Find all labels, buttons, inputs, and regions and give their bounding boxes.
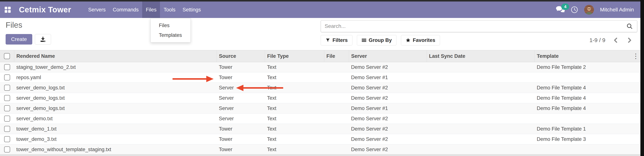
pager-previous-button[interactable] <box>613 37 619 43</box>
cell-file <box>324 124 349 134</box>
filters-button[interactable]: Filters <box>321 35 352 45</box>
row-checkbox-cell <box>0 93 14 103</box>
cell-file <box>324 62 349 72</box>
cell-server: Demo Server #2 <box>349 93 427 103</box>
row-checkbox[interactable] <box>4 105 10 111</box>
row-checkbox[interactable] <box>4 85 10 91</box>
table-row[interactable]: server_demo.txt Server Text Demo Server … <box>0 114 640 124</box>
pager-range[interactable]: 1-9 / 9 <box>590 37 605 43</box>
row-checkbox[interactable] <box>4 75 10 80</box>
group-by-button[interactable]: Group By <box>357 35 396 45</box>
column-header-server[interactable]: Server <box>349 50 427 62</box>
row-checkbox-cell <box>0 134 14 144</box>
files-table: Rendered Name Source File Type File Serv… <box>0 50 640 155</box>
cell-last-sync-date <box>427 134 534 144</box>
cell-source: Tower <box>216 134 265 144</box>
favorites-button[interactable]: Favorites <box>401 35 440 45</box>
group-by-button-label: Group By <box>369 37 392 43</box>
column-header-file[interactable]: File <box>324 50 349 62</box>
nav-item-settings[interactable]: Settings <box>179 1 204 18</box>
search-input[interactable] <box>321 20 626 32</box>
table-body: staging_tower_demo_2.txt Tower Text Demo… <box>0 62 640 155</box>
cell-last-sync-date <box>427 83 534 93</box>
optional-columns-toggle-icon[interactable]: ⋮ <box>632 52 639 60</box>
cell-file-type: Text <box>265 134 324 144</box>
cell-last-sync-date <box>427 144 534 155</box>
row-checkbox[interactable] <box>4 136 10 142</box>
table-row[interactable]: repos.yaml Tower Text Demo Server #1 <box>0 72 640 83</box>
row-checkbox[interactable] <box>4 126 10 132</box>
nav-item-servers[interactable]: Servers <box>84 1 109 18</box>
cell-template: Demo File Template 2 <box>534 62 640 72</box>
apps-grid-icon[interactable] <box>5 7 11 13</box>
messages-icon[interactable]: 4 <box>556 6 565 14</box>
row-checkbox-cell <box>0 144 14 155</box>
cell-last-sync-date <box>427 62 534 72</box>
create-button[interactable]: Create <box>6 34 32 45</box>
cell-source: Server <box>216 93 265 103</box>
column-header-last-sync-date[interactable]: Last Sync Date <box>427 50 534 62</box>
table-row[interactable]: server_demo_logs.txt Server Text Demo Se… <box>0 93 640 103</box>
search-options-row: Filters Group By Favorites 1-9 / 9 <box>321 35 637 45</box>
column-header-file-type[interactable]: File Type <box>265 50 324 62</box>
nav-item-tools[interactable]: Tools <box>160 1 179 18</box>
page-title: Files <box>6 21 22 30</box>
row-checkbox[interactable] <box>4 116 10 122</box>
cell-server: Demo Server #2 <box>349 144 427 155</box>
cell-template: Demo File Template 4 <box>534 83 640 93</box>
user-avatar[interactable] <box>584 5 594 15</box>
table-row[interactable]: server_demo_logs.txt Server Text Demo Se… <box>0 83 640 93</box>
cell-rendered-name: server_demo_logs.txt <box>14 103 216 114</box>
cell-file-type: Text <box>265 62 324 72</box>
files-menu-dropdown: Files Templates <box>150 18 191 42</box>
avatar-photo <box>584 5 594 15</box>
cell-file <box>324 134 349 144</box>
cell-template <box>534 144 640 155</box>
cell-file-type: Text <box>265 72 324 83</box>
nav-item-commands[interactable]: Commands <box>109 1 142 18</box>
cell-source: Tower <box>216 144 265 155</box>
star-icon <box>406 38 410 43</box>
cell-template: Demo File Template 4 <box>534 93 640 103</box>
table-row[interactable]: server_demo_logs.txt Server Text Demo Se… <box>0 103 640 114</box>
cell-file <box>324 93 349 103</box>
dropdown-item-templates[interactable]: Templates <box>150 30 190 40</box>
table-row[interactable]: tower_demo_3.txt Tower Text Demo Server … <box>0 134 640 144</box>
main-menu: Servers Commands Files Tools Settings <box>84 1 204 18</box>
action-buttons: Create <box>6 34 51 45</box>
cell-last-sync-date <box>427 93 534 103</box>
cell-rendered-name: tower_demo_without_template_staging.txt <box>14 144 216 155</box>
cell-template: Demo File Template 4 <box>534 103 640 114</box>
nav-item-files[interactable]: Files <box>142 1 160 18</box>
chevron-right-icon <box>626 37 632 43</box>
cell-last-sync-date <box>427 103 534 114</box>
row-checkbox[interactable] <box>4 147 10 153</box>
pager-next-button[interactable] <box>626 37 632 43</box>
table-row[interactable]: staging_tower_demo_2.txt Tower Text Demo… <box>0 62 640 72</box>
cell-rendered-name: server_demo_logs.txt <box>14 83 216 93</box>
cell-last-sync-date <box>427 114 534 124</box>
export-button[interactable] <box>35 34 51 45</box>
activities-clock-icon[interactable] <box>571 6 578 13</box>
table-row[interactable]: tower_demo_without_template_staging.txt … <box>0 144 640 155</box>
cell-file-type: Text <box>265 93 324 103</box>
cell-file-type: Text <box>265 144 324 155</box>
app-window: Cetmix Tower Servers Commands Files Tool… <box>0 0 644 156</box>
cell-template <box>534 72 640 83</box>
window-top-edge <box>0 0 644 1</box>
select-all-checkbox[interactable] <box>4 53 10 59</box>
row-checkbox-cell <box>0 124 14 134</box>
search-icon[interactable] <box>626 23 633 30</box>
column-header-source[interactable]: Source <box>216 50 265 62</box>
cell-rendered-name: tower_demo_1.txt <box>14 124 216 134</box>
column-header-template[interactable]: Template ⋮ <box>534 50 640 62</box>
dropdown-item-files[interactable]: Files <box>150 21 190 30</box>
row-checkbox[interactable] <box>4 95 10 101</box>
user-name[interactable]: Mitchell Admin <box>600 7 634 13</box>
app-brand[interactable]: Cetmix Tower <box>19 5 71 14</box>
main-navbar: Cetmix Tower Servers Commands Files Tool… <box>0 1 640 18</box>
row-checkbox[interactable] <box>4 64 10 70</box>
column-header-rendered-name[interactable]: Rendered Name <box>14 50 216 62</box>
cell-server: Demo Server #1 <box>349 72 427 83</box>
table-row[interactable]: tower_demo_1.txt Tower Text Demo Server … <box>0 124 640 134</box>
